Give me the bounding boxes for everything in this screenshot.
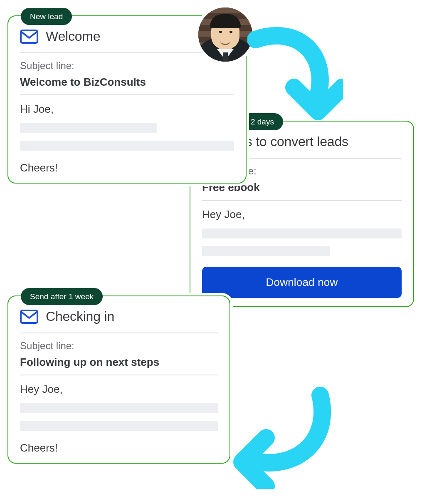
svg-rect-1 [21,30,37,43]
email-title: Welcome [46,29,100,44]
flow-arrow-icon [247,17,343,123]
email-signoff: Cheers! [20,161,234,174]
body-placeholder-line [202,246,330,256]
body-placeholder-line [202,228,402,238]
flow-arrow-icon [231,387,337,489]
body-placeholder-line [20,421,218,431]
email-signoff: Cheers! [20,442,218,454]
user-avatar [195,5,255,65]
email-greeting: Hi Joe, [20,103,234,116]
email-greeting: Hey Joe, [202,208,402,221]
subject-line-value: Welcome to BizConsults [20,76,234,89]
timing-badge: Send after 1 week [21,288,103,305]
email-title: Checking in [46,309,114,324]
subject-line-label: Subject line: [20,60,234,72]
body-placeholder-line [20,403,218,413]
download-now-button[interactable]: Download now [202,267,402,298]
email-card-checkin: Send after 1 week Checking in Subject li… [7,295,230,464]
svg-rect-2 [21,310,37,323]
subject-line-value: Following up on next steps [20,356,218,369]
email-greeting: Hey Joe, [20,383,218,396]
mail-icon [20,310,38,324]
mail-icon [20,30,38,44]
subject-line-label: Subject line: [20,340,218,352]
body-placeholder-line [20,141,234,151]
body-placeholder-line [20,123,157,133]
timing-badge: New lead [21,8,72,25]
